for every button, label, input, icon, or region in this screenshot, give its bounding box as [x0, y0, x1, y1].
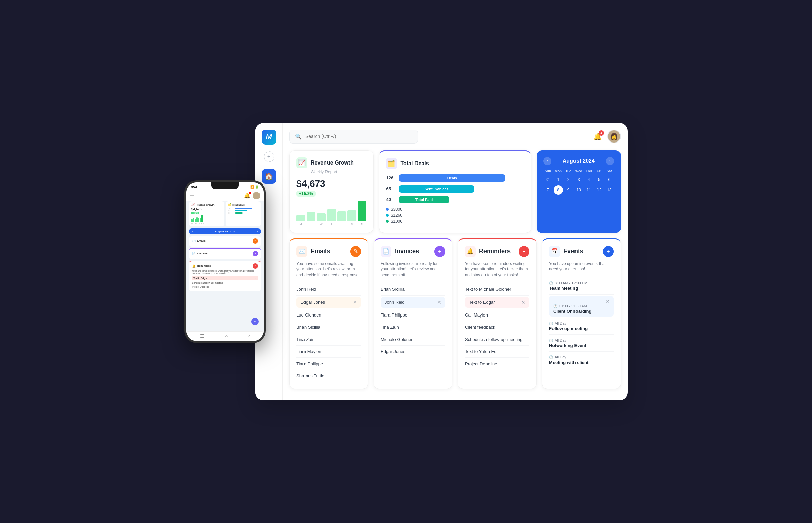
reminder-name-schedule-followup: Schedule a follow-up meeting	[465, 337, 523, 342]
reminders-add-btn[interactable]: +	[519, 246, 529, 257]
cal-day-31[interactable]: 31	[543, 175, 553, 184]
phone-bottom-menu-icon[interactable]: ☰	[200, 333, 204, 339]
deals-bar-container-2: Sent Invoices	[399, 185, 524, 193]
reminder-item-call-maylen[interactable]: Call Maylen	[465, 309, 529, 321]
cal-day-6[interactable]: 6	[605, 175, 614, 184]
search-icon: 🔍	[295, 133, 302, 140]
phone-bar-7	[201, 215, 203, 222]
revenue-icon: 📈	[296, 157, 307, 168]
cal-day-9[interactable]: 9	[564, 185, 573, 195]
reminder-item-text-yalda[interactable]: Text to Yalda Es	[465, 346, 529, 358]
email-item-john-reid[interactable]: John Reid	[296, 283, 361, 295]
invoices-card: 📄 Invoices + Following invoices are read…	[374, 238, 452, 389]
invoice-item-edgar-jones[interactable]: Edgar Jones	[381, 346, 445, 358]
cal-day-3[interactable]: 3	[574, 175, 583, 184]
phone-deals-row-3: 40	[228, 212, 259, 214]
phone-calendar-next[interactable]: ›	[257, 230, 258, 233]
email-item-lue-clenden[interactable]: Lue Clenden	[296, 309, 361, 321]
sidebar-item-home[interactable]: 🏠	[262, 169, 277, 184]
user-avatar[interactable]: 👩	[607, 130, 621, 143]
search-input[interactable]	[305, 134, 412, 139]
events-card-header: 📅 Events +	[549, 246, 614, 257]
event-close-client-onboarding[interactable]: ✕	[553, 299, 610, 304]
cal-day-5[interactable]: 5	[594, 175, 604, 184]
invoice-john-close-btn[interactable]: ✕	[437, 300, 441, 305]
reminders-icon: 🔔	[465, 246, 476, 257]
phone-bottom-bar: ☰ ○ ‹	[186, 331, 264, 341]
invoice-item-brian-sicillia[interactable]: Brian Sicillia	[381, 283, 445, 295]
phone-bottom-back-icon[interactable]: ‹	[248, 333, 250, 339]
invoice-item-tiara-philippe[interactable]: Tiara Philippe	[381, 309, 445, 321]
invoices-title-row: 📄 Invoices	[381, 246, 419, 257]
chart-label-f: F	[337, 222, 346, 226]
invoice-item-tina-zain[interactable]: Tina Zain	[381, 321, 445, 333]
widgets-grid: 📈 Revenue Growth Weekly Report $4,673 +1…	[289, 150, 621, 233]
cal-day-12[interactable]: 12	[594, 185, 604, 195]
email-item-shamus-tuttle[interactable]: Shamus Tuttle	[296, 370, 361, 382]
reminder-item-client-feedback[interactable]: Client feedback	[465, 321, 529, 333]
email-item-brian-sicillia[interactable]: Brian Sicillia	[296, 321, 361, 333]
reminder-item-text-edgar[interactable]: Text to Edgar ✕	[465, 297, 529, 308]
sidebar-add-button[interactable]: +	[264, 151, 275, 162]
notification-bell[interactable]: 🔔 4	[593, 132, 602, 141]
phone-emails-edit-btn[interactable]: ✎	[253, 238, 258, 244]
cal-day-2[interactable]: 2	[564, 175, 573, 184]
phone-widgets-row: 📈 Revenue Growth $4,673 +8.2%	[189, 201, 261, 227]
cal-day-8[interactable]: 8	[553, 185, 563, 195]
invoice-item-michale-goldner[interactable]: Michale Goldner	[381, 333, 445, 346]
email-item-tina-zain[interactable]: Tina Zain	[296, 333, 361, 346]
cal-day-11[interactable]: 11	[584, 185, 593, 195]
emails-edit-btn[interactable]: ✎	[350, 246, 361, 257]
cal-day-7[interactable]: 7	[543, 185, 553, 195]
email-item-edgar-jones[interactable]: Edgar Jones ✕	[296, 297, 361, 308]
emails-section-title: Emails	[310, 248, 330, 255]
emails-icon: ✉️	[296, 246, 307, 257]
cal-day-13[interactable]: 13	[605, 185, 614, 195]
invoice-item-john-reid[interactable]: John Reid ✕	[381, 297, 445, 308]
phone-ai-bubble[interactable]: ai	[251, 318, 259, 325]
search-bar[interactable]: 🔍	[289, 130, 418, 144]
phone-user-avatar[interactable]	[253, 192, 260, 199]
invoice-name-tina-zain: Tina Zain	[381, 325, 399, 330]
phone-bar-6	[200, 218, 201, 222]
phone-invoices-title: Invoices	[197, 252, 208, 255]
phone-reminder-edgar-close[interactable]: ✕	[254, 276, 257, 279]
phone-calendar-date: August 25, 2024	[215, 230, 235, 233]
email-item-tiara-philippe[interactable]: Tiara Philippe	[296, 358, 361, 370]
phone-notification-bell[interactable]: 🔔	[244, 192, 251, 199]
event-item-follow-up-meeting[interactable]: 🕐 All Day Follow up meeting	[549, 318, 614, 335]
events-add-btn[interactable]: +	[603, 246, 614, 257]
reminder-edgar-close-btn[interactable]: ✕	[522, 300, 525, 305]
phone-reminders-add-btn[interactable]: +	[253, 263, 258, 269]
phone-mockup: 9:41 📶 🔋 ☰ 🔔 📈 Revenue Growth	[184, 180, 266, 343]
event-item-team-meeting[interactable]: 🕐 8:00 AM - 12:00 PM Team Meeting	[549, 277, 614, 294]
reminder-item-schedule-followup[interactable]: Schedule a follow-up meeting	[465, 333, 529, 346]
email-edgar-close-btn[interactable]: ✕	[353, 300, 357, 305]
email-name-liam-maylen: Liam Maylen	[296, 349, 321, 354]
cal-day-1[interactable]: 1	[553, 175, 563, 184]
phone-invoices-header: 📄 Invoices +	[192, 251, 258, 256]
cal-day-10[interactable]: 10	[574, 185, 583, 195]
event-item-meeting-client[interactable]: 🕐 All Day Meeting with client	[549, 352, 614, 368]
reminder-item-michale-goldner[interactable]: Text to Michale Goldner	[465, 283, 529, 295]
invoices-add-btn[interactable]: +	[434, 246, 445, 257]
email-item-liam-maylen[interactable]: Liam Maylen	[296, 346, 361, 358]
phone-invoices-add-btn[interactable]: +	[253, 251, 258, 256]
event-name-networking: Networking Event	[549, 343, 614, 348]
revenue-value: $4,673	[296, 178, 366, 189]
revenue-bar-5	[337, 211, 346, 221]
reminder-name-text-yalda: Text to Yalda Es	[465, 349, 496, 354]
email-name-brian-sicillia: Brian Sicillia	[296, 325, 320, 330]
reminder-item-project-deadline[interactable]: Project Deadline	[465, 358, 529, 369]
phone-calendar-prev[interactable]: ‹	[192, 230, 193, 233]
phone-bar-5	[198, 218, 199, 222]
phone-deals-bars: 126 65 40	[228, 207, 259, 214]
cal-day-4[interactable]: 4	[584, 175, 593, 184]
event-item-client-onboarding[interactable]: ✕ 🕐 10:00 - 11:30 AM Client Onboarding	[549, 296, 614, 317]
calendar-next-btn[interactable]: ›	[606, 157, 614, 165]
phone-reminders-header: 🔔 Reminders +	[192, 263, 258, 269]
event-item-networking[interactable]: 🕐 All Day Networking Event	[549, 335, 614, 352]
phone-hamburger-icon[interactable]: ☰	[190, 193, 194, 198]
calendar-prev-btn[interactable]: ‹	[543, 157, 551, 165]
phone-bottom-home-icon[interactable]: ○	[225, 333, 228, 339]
